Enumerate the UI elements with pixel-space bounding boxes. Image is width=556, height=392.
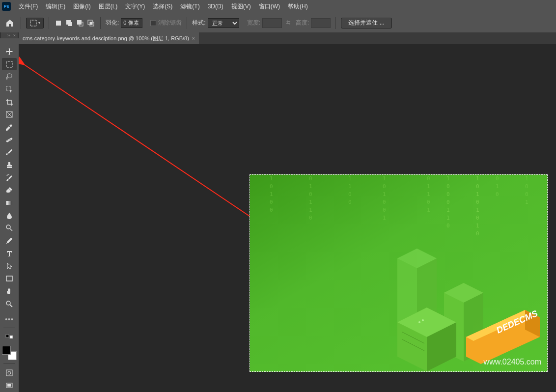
svg-rect-10 [6, 86, 10, 90]
menu-image[interactable]: 图像(I) [69, 0, 94, 13]
height-group: 高度: [296, 18, 331, 28]
select-and-mask-button[interactable]: 选择并遮住 ... [341, 18, 391, 28]
eraser-tool[interactable] [2, 184, 17, 197]
dodge-tool[interactable] [2, 222, 17, 235]
svg-point-28 [8, 371, 11, 374]
svg-line-21 [10, 228, 12, 231]
stamp-tool[interactable] [2, 159, 17, 171]
width-group: 宽度: [247, 18, 282, 28]
default-colors-icon[interactable] [2, 330, 17, 343]
marquee-selection: 10100 010110 1100 101001 01101 1000110 1… [250, 174, 548, 372]
height-label: 高度: [296, 19, 309, 27]
menu-layer[interactable]: 图层(L) [95, 0, 122, 13]
document-tab[interactable]: cms-category-keywords-and-desciption.png… [19, 32, 199, 44]
close-tab-icon[interactable]: × [192, 36, 195, 41]
menu-type[interactable]: 文字(Y) [121, 0, 149, 13]
divider [49, 17, 49, 29]
svg-rect-8 [90, 22, 92, 25]
svg-rect-0 [30, 20, 36, 26]
style-select[interactable]: 正常 [208, 18, 239, 28]
marquee-tool[interactable] [2, 58, 17, 71]
svg-rect-9 [6, 61, 12, 67]
width-label: 宽度: [247, 19, 260, 27]
eyedropper-tool[interactable] [2, 121, 17, 134]
menu-help[interactable]: 帮助(H) [284, 0, 312, 13]
crop-tool[interactable] [2, 96, 17, 109]
svg-point-44 [422, 319, 424, 321]
antialias-label: 消除锯齿 [158, 19, 182, 27]
divider [100, 17, 101, 29]
lasso-tool[interactable] [2, 70, 17, 83]
svg-point-43 [418, 321, 420, 323]
antialias-checkbox [150, 20, 156, 26]
frame-tool[interactable] [2, 108, 17, 121]
style-group: 样式: 正常 [192, 18, 239, 28]
history-brush-tool[interactable] [2, 171, 17, 184]
screen-mode-tool[interactable] [2, 379, 17, 392]
healing-tool[interactable] [2, 134, 17, 146]
watermark-text: www.02405.com [484, 358, 541, 366]
divider [187, 17, 187, 29]
color-swatches[interactable] [2, 346, 17, 361]
svg-point-15 [7, 140, 8, 141]
document-tabbar: cms-category-keywords-and-desciption.png… [19, 32, 556, 44]
selection-subtract-icon[interactable] [76, 19, 84, 28]
svg-point-16 [9, 140, 10, 140]
foreground-color[interactable] [2, 346, 11, 355]
options-bar: ▾ 羽化: 消除锯齿 样式: 正常 宽度: 高度: 选择并遮住 ... [0, 13, 556, 32]
app-logo: Ps [2, 2, 11, 11]
document-image: 10100 010110 1100 101001 01101 1000110 1… [250, 175, 547, 371]
selection-mode-group [54, 19, 95, 28]
isometric-art: DEDECMS [250, 175, 547, 371]
close-icon: × [13, 33, 16, 38]
annotation-arrow [19, 44, 274, 221]
gradient-tool[interactable] [2, 196, 17, 209]
menu-filter[interactable]: 滤镜(T) [176, 0, 203, 13]
menu-edit[interactable]: 编辑(E) [42, 0, 69, 13]
edit-toolbar[interactable]: ••• [2, 313, 17, 326]
pen-tool[interactable] [2, 234, 17, 247]
menu-select[interactable]: 选择(S) [149, 0, 176, 13]
divider [21, 17, 21, 29]
document-tab-title: cms-category-keywords-and-desciption.png… [23, 35, 189, 42]
svg-point-17 [10, 139, 11, 140]
menu-window[interactable]: 窗口(W) [255, 0, 284, 13]
rectangle-tool[interactable] [2, 272, 17, 285]
swap-dimensions-icon [285, 19, 293, 27]
toolbar-collapse[interactable]: ›› × [1, 32, 18, 38]
home-button[interactable] [4, 17, 16, 29]
svg-rect-25 [6, 335, 9, 337]
height-input [311, 18, 331, 28]
svg-rect-26 [10, 336, 13, 338]
chevron-right-icon: ›› [7, 33, 10, 38]
svg-line-24 [10, 305, 12, 307]
divider [335, 17, 336, 29]
selection-new-icon[interactable] [54, 19, 63, 28]
svg-rect-22 [6, 276, 12, 281]
blur-tool[interactable] [2, 209, 17, 222]
current-tool-preset[interactable]: ▾ [26, 18, 44, 28]
move-tool[interactable] [2, 45, 17, 58]
brush-tool[interactable] [2, 146, 17, 159]
feather-input[interactable] [121, 18, 142, 28]
menu-3d[interactable]: 3D(D) [204, 0, 227, 13]
canvas[interactable]: 10100 010110 1100 101001 01101 1000110 1… [19, 44, 556, 392]
quick-select-tool[interactable] [2, 83, 17, 96]
menu-view[interactable]: 视图(V) [227, 0, 255, 13]
svg-rect-30 [7, 384, 11, 387]
quick-mask-tool[interactable] [2, 366, 17, 379]
menubar: Ps 文件(F) 编辑(E) 图像(I) 图层(L) 文字(Y) 选择(S) 滤… [0, 0, 556, 13]
svg-rect-1 [56, 21, 61, 26]
style-label: 样式: [192, 19, 205, 27]
zoom-tool[interactable] [2, 298, 17, 310]
width-input [262, 18, 282, 28]
menu-file[interactable]: 文件(F) [15, 0, 42, 13]
hand-tool[interactable] [2, 285, 17, 298]
type-tool[interactable] [2, 247, 17, 260]
svg-rect-27 [6, 370, 12, 376]
selection-add-icon[interactable] [65, 19, 74, 28]
path-select-tool[interactable] [2, 260, 17, 273]
feather-group: 羽化: [106, 18, 142, 28]
selection-intersect-icon[interactable] [86, 19, 95, 28]
svg-line-31 [25, 65, 250, 216]
